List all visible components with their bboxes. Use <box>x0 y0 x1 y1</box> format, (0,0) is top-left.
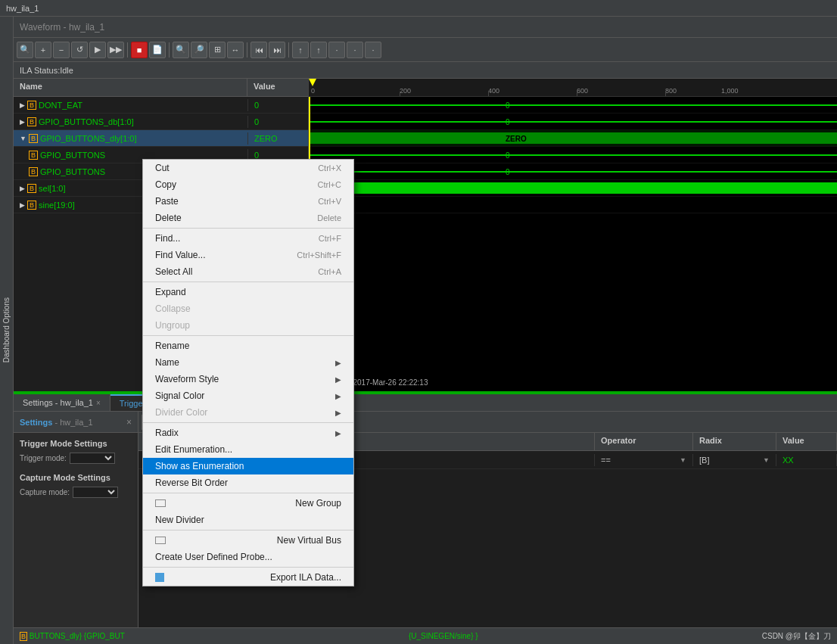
play-btn[interactable]: ▶ <box>89 42 106 58</box>
status-middle: {U_SINEGEN/sine} } <box>131 632 756 640</box>
refresh-btn[interactable]: ↺ <box>71 42 88 58</box>
capture-mode-section: Capture Mode Settings Capture mode: <box>20 473 132 498</box>
menu-item-cut-shortcut: Ctrl+X <box>318 163 341 173</box>
menu-item-new-divider-label: New Divider <box>155 515 204 525</box>
signal-name-cell: ▶ B GPIO_BUTTONS_db[1:0] <box>14 116 247 128</box>
menu-item-waveform-style[interactable]: Waveform Style ▶ <box>143 371 353 387</box>
menu-sep-3 <box>143 335 353 336</box>
menu-item-radix[interactable]: Radix ▶ <box>143 425 353 441</box>
next-btn[interactable]: ⏭ <box>269 42 285 58</box>
waveform-panel: Waveform - hw_ila_1 🔍 + − ↺ ▶ ▶▶ ■ 📄 🔍 🔎… <box>14 17 837 393</box>
menu-item-paste[interactable]: Paste Ctrl+V <box>143 193 353 210</box>
wave-row-3: ZERO <box>309 130 837 147</box>
bus-icon: B <box>29 134 38 143</box>
operator-dropdown-arrow[interactable]: ▼ <box>680 456 686 464</box>
context-menu: Cut Ctrl+X Copy Ctrl+C Paste Ctrl+V Dele… <box>142 159 354 586</box>
signal-row-selected[interactable]: ▼ B GPIO_BUTTONS_dly[1:0] ZERO <box>14 130 308 147</box>
trigger-col-value-header: Value <box>776 433 837 450</box>
settings-header: Settings - hw_ila_1 × <box>14 412 138 433</box>
menu-item-reverse-bit[interactable]: Reverse Bit Order <box>143 474 353 491</box>
capture-mode-label: Capture mode: <box>20 488 70 496</box>
trigger-mode-section: Trigger Mode Settings Trigger mode: <box>20 439 132 464</box>
search-btn[interactable]: 🔍 <box>17 42 33 58</box>
expand-arrow: ▶ <box>20 201 25 209</box>
menu-item-cut[interactable]: Cut Ctrl+X <box>143 160 353 176</box>
menu-item-radix-arrow: ▶ <box>335 429 341 437</box>
menu-item-waveform-style-label: Waveform Style <box>155 374 219 384</box>
radix-dropdown-arrow[interactable]: ▼ <box>763 456 770 464</box>
menu-item-delete[interactable]: Delete Delete <box>143 210 353 226</box>
trigger-mode-label: Trigger mode: <box>20 454 67 462</box>
trigger-radix-value: [B] <box>699 456 709 465</box>
settings-panel: Settings - hw_ila_1 × Trigger Mode Setti… <box>14 412 138 627</box>
doc-btn[interactable]: 📄 <box>149 42 166 58</box>
wave-high <box>309 182 837 194</box>
stop-btn[interactable]: ■ <box>131 42 148 58</box>
ruler-tick <box>577 92 577 96</box>
fast-forward-btn[interactable]: ▶▶ <box>107 42 124 58</box>
signal-name: sine[19:0] <box>39 201 75 210</box>
trigger-cell-operator: == ▼ <box>595 454 693 466</box>
trigger-mode-row: Trigger mode: <box>20 453 132 464</box>
menu-item-divider-color-label: Divider Color <box>155 407 207 418</box>
prev-btn[interactable]: ⏮ <box>250 42 267 58</box>
signal-name: GPIO_BUTTONS_db[1:0] <box>39 117 134 126</box>
signal-value-cell: 0 <box>247 99 308 111</box>
menu-item-edit-enum[interactable]: Edit Enumeration... <box>143 441 353 458</box>
remove-btn[interactable]: − <box>53 42 70 58</box>
wave-label: 0 <box>506 151 510 159</box>
menu-item-create-probe[interactable]: Create User Defined Probe... <box>143 549 353 565</box>
tab-settings-close[interactable]: × <box>96 399 101 407</box>
trigger-value: XX <box>783 456 794 465</box>
menu-item-find-value[interactable]: Find Value... Ctrl+Shift+F <box>143 247 353 263</box>
menu-item-name[interactable]: Name ▶ <box>143 354 353 371</box>
title-bar-text: hw_ila_1 <box>6 4 39 13</box>
signal-row[interactable]: ▶ B GPIO_BUTTONS_db[1:0] 0 <box>14 114 308 130</box>
capture-mode-select[interactable] <box>73 487 118 498</box>
menu-item-new-divider[interactable]: New Divider <box>143 512 353 528</box>
add-btn[interactable]: + <box>35 42 51 58</box>
toolbar-sep-4 <box>288 42 289 58</box>
menu-item-expand[interactable]: Expand <box>143 284 353 300</box>
menu-item-rename[interactable]: Rename <box>143 338 353 354</box>
zoom-out-btn[interactable]: 🔍 <box>173 42 189 58</box>
signal-name: GPIO_BUTTONS <box>40 167 105 176</box>
menu-item-ungroup-label: Ungroup <box>155 320 190 331</box>
fit-btn[interactable]: ⊞ <box>209 42 226 58</box>
menu-item-export-ila[interactable]: Export ILA Data... <box>143 569 353 586</box>
expand-btn[interactable]: ↔ <box>227 42 244 58</box>
expand-arrow: ▶ <box>20 185 25 192</box>
menu-item-new-virtual-bus-icon <box>155 537 166 544</box>
menu-item-select-all[interactable]: Select All Ctrl+A <box>143 263 353 280</box>
marker5-btn[interactable]: · <box>365 42 381 58</box>
ruler-tick <box>400 92 400 96</box>
marker4-btn[interactable]: · <box>347 42 363 58</box>
settings-title: Settings - hw_ila_1 <box>20 418 93 427</box>
menu-item-copy[interactable]: Copy Ctrl+C <box>143 176 353 193</box>
menu-item-delete-shortcut: Delete <box>317 213 341 222</box>
menu-item-waveform-style-arrow: ▶ <box>335 375 341 384</box>
menu-item-show-enum[interactable]: Show as Enumeration <box>143 458 353 474</box>
marker1-btn[interactable]: ↑ <box>292 42 309 58</box>
marker3-btn[interactable]: · <box>328 42 345 58</box>
title-bar: hw_ila_1 <box>0 0 837 17</box>
menu-item-new-group[interactable]: New Group <box>143 495 353 512</box>
zoom-in-btn[interactable]: 🔎 <box>191 42 207 58</box>
menu-item-export-ila-icon <box>155 573 164 582</box>
signal-name: GPIO_BUTTONS_dly[1:0] <box>40 134 137 143</box>
menu-item-create-probe-label: Create User Defined Probe... <box>155 552 272 562</box>
wave-label: 0 <box>506 117 510 126</box>
trigger-mode-select[interactable] <box>70 453 115 464</box>
wave-row-4: 0 <box>309 147 837 163</box>
menu-item-signal-color[interactable]: Signal Color ▶ <box>143 387 353 404</box>
marker2-btn[interactable]: ↑ <box>310 42 327 58</box>
tab-settings[interactable]: Settings - hw_ila_1 × <box>14 394 110 411</box>
ruler-tick <box>665 92 666 96</box>
settings-close[interactable]: × <box>126 417 132 428</box>
menu-item-new-virtual-bus[interactable]: New Virtual Bus <box>143 532 353 549</box>
signal-row[interactable]: ▶ B DONT_EAT 0 <box>14 97 308 114</box>
menu-item-find[interactable]: Find... Ctrl+F <box>143 230 353 247</box>
menu-item-paste-label: Paste <box>155 196 179 207</box>
menu-item-reverse-bit-label: Reverse Bit Order <box>155 478 228 488</box>
menu-item-find-value-shortcut: Ctrl+Shift+F <box>297 250 341 260</box>
